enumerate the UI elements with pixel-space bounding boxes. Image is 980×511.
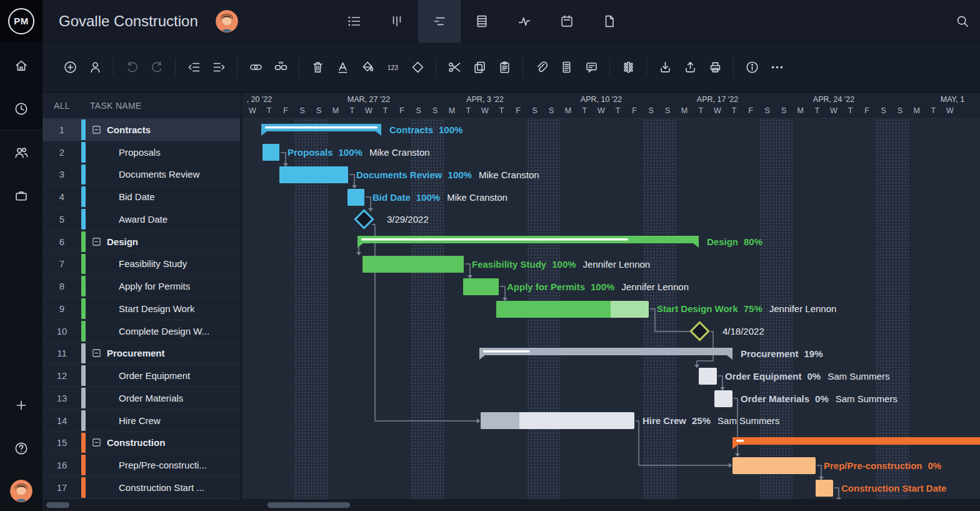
link-tasks-button[interactable]: [243, 54, 268, 81]
list-view-tab[interactable]: [333, 0, 376, 43]
delete-button[interactable]: [305, 54, 330, 81]
task-row-12[interactable]: 12Order Equipment: [42, 365, 240, 387]
search-button[interactable]: [945, 0, 980, 43]
task-row-3[interactable]: 3Documents Review: [42, 164, 240, 186]
help-button[interactable]: [0, 427, 42, 470]
task-row-9[interactable]: 9Start Design Work: [42, 298, 240, 320]
task-list-hscrollbar-thumb[interactable]: [46, 502, 69, 508]
filter-all-button[interactable]: ALL: [42, 101, 81, 111]
day-letter: M: [332, 106, 339, 115]
task-row-10[interactable]: 10Complete Design W...: [42, 320, 240, 343]
collapse-icon[interactable]: [92, 237, 101, 246]
export-button[interactable]: [678, 54, 702, 81]
assign-user-button[interactable]: [82, 54, 108, 81]
summary-bar[interactable]: [479, 348, 732, 363]
task-color-strip: [81, 254, 86, 275]
attachment-button[interactable]: [529, 54, 554, 81]
comment-button[interactable]: [579, 54, 604, 81]
add-new-button[interactable]: [0, 383, 42, 427]
task-bar[interactable]: [481, 412, 634, 429]
print-button[interactable]: [702, 54, 728, 81]
day-letter: S: [549, 106, 554, 115]
task-bar[interactable]: [348, 189, 364, 206]
task-bar[interactable]: [732, 457, 816, 474]
collapse-icon[interactable]: [92, 125, 101, 134]
task-row-1[interactable]: 1Contracts: [42, 119, 240, 141]
task-bar[interactable]: [362, 256, 464, 273]
task-color-strip: [81, 186, 86, 207]
top-header: PM Govalle Construction: [0, 0, 980, 43]
task-row-17[interactable]: 17Construction Start ...: [42, 477, 240, 499]
task-bar[interactable]: [496, 301, 649, 318]
user-avatar[interactable]: [10, 480, 32, 502]
task-row-11[interactable]: 11Procurement: [42, 343, 240, 365]
undo-button[interactable]: [119, 54, 144, 81]
toolbar-divider: [609, 58, 610, 77]
task-bar[interactable]: [816, 480, 833, 497]
notes-button[interactable]: [554, 54, 579, 81]
more-button[interactable]: [764, 54, 789, 81]
task-row-number: 10: [42, 320, 81, 342]
collapse-icon[interactable]: [92, 438, 101, 447]
info-button[interactable]: [739, 54, 764, 81]
summary-bar[interactable]: [261, 124, 381, 139]
task-bar[interactable]: [262, 144, 279, 161]
toolbar-divider: [733, 58, 734, 77]
day-letter: S: [649, 106, 654, 115]
team-button[interactable]: [0, 131, 42, 174]
task-row-5[interactable]: 5Award Date: [42, 208, 240, 231]
redo-button[interactable]: [144, 54, 169, 81]
outdent-button[interactable]: [181, 54, 206, 81]
task-color-strip: [81, 119, 86, 140]
portfolio-button[interactable]: [0, 174, 42, 217]
task-row-16[interactable]: 16Prep/Pre-constructi...: [42, 454, 240, 477]
task-row-7[interactable]: 7Feasibility Study: [42, 253, 240, 276]
toolbar-divider: [299, 58, 299, 77]
recent-button[interactable]: [0, 87, 42, 130]
task-color-strip: [81, 388, 86, 408]
copy-button[interactable]: [467, 54, 492, 81]
day-letter: T: [350, 106, 355, 115]
task-row-15[interactable]: 15Construction: [42, 432, 240, 455]
day-letter: T: [815, 106, 820, 115]
day-letter: W: [481, 106, 489, 115]
task-bar[interactable]: [463, 278, 499, 295]
gantt-hscrollbar-thumb[interactable]: [268, 502, 350, 508]
gantt-view-tab[interactable]: [418, 0, 461, 43]
task-bar[interactable]: [279, 166, 348, 183]
add-task-button[interactable]: [58, 54, 82, 81]
gantt-hscrollbar[interactable]: [242, 499, 980, 511]
task-list-hscrollbar[interactable]: [42, 499, 240, 511]
task-row-14[interactable]: 14Hire Crew: [42, 410, 240, 432]
task-row-2[interactable]: 2Proposals: [42, 141, 240, 164]
milestone-button[interactable]: [405, 54, 430, 81]
project-owner-avatar[interactable]: [216, 10, 238, 33]
fill-color-button[interactable]: [355, 54, 380, 81]
font-color-button[interactable]: [330, 54, 355, 81]
task-bar[interactable]: [714, 390, 732, 407]
task-row-13[interactable]: 13Order Materials: [42, 387, 240, 410]
summary-bar[interactable]: [732, 437, 980, 452]
task-bar[interactable]: [699, 368, 717, 385]
number-format-button[interactable]: 123: [380, 54, 405, 81]
unlink-tasks-button[interactable]: [268, 54, 293, 81]
collapse-icon[interactable]: [92, 348, 101, 358]
columns-button[interactable]: [616, 54, 641, 81]
page-view-tab[interactable]: [588, 0, 631, 43]
day-letter: W: [249, 106, 256, 115]
task-row-8[interactable]: 8Apply for Permits: [42, 275, 240, 298]
home-button[interactable]: [0, 44, 42, 87]
task-row-6[interactable]: 6Design: [42, 231, 240, 253]
task-row-4[interactable]: 4Bid Date: [42, 186, 240, 208]
cut-button[interactable]: [442, 54, 467, 81]
import-button[interactable]: [652, 54, 678, 81]
task-row-number: 7: [42, 253, 81, 275]
indent-button[interactable]: [206, 54, 231, 81]
sheet-view-tab[interactable]: [461, 0, 503, 43]
paste-button[interactable]: [492, 54, 517, 81]
app-logo[interactable]: PM: [0, 0, 42, 43]
board-view-tab[interactable]: [376, 0, 418, 43]
activity-view-tab[interactable]: [503, 0, 546, 43]
summary-bar[interactable]: [358, 236, 699, 251]
calendar-view-tab[interactable]: [546, 0, 588, 43]
